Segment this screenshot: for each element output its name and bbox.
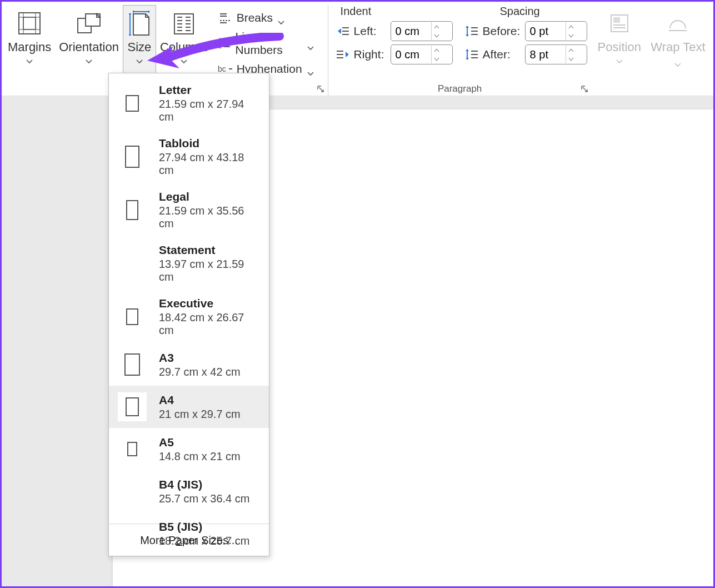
spacing-after-label: After: <box>483 48 522 61</box>
spin-up[interactable] <box>432 22 442 31</box>
indent-header: Indent <box>335 5 456 18</box>
size-option-name: A5 <box>159 436 241 449</box>
spin-up[interactable] <box>566 46 577 54</box>
indent-left-label: Left: <box>354 24 387 38</box>
spacing-before-icon <box>464 23 479 39</box>
spacing-before-input[interactable] <box>525 21 587 41</box>
size-option-dimensions: 13.97 cm x 21.59 cm <box>159 258 261 283</box>
chevron-down-icon <box>277 15 285 21</box>
margins-button[interactable]: Margins <box>4 5 55 77</box>
spin-up[interactable] <box>566 22 577 31</box>
indent-right-label: Right: <box>354 48 387 61</box>
size-option-dimensions: 14.8 cm x 21 cm <box>159 450 241 463</box>
size-option-name: Executive <box>159 297 261 310</box>
chevron-down-icon <box>180 57 188 62</box>
size-option-a4[interactable]: A421 cm x 29.7 cm <box>109 386 269 428</box>
size-dropdown: Letter21.59 cm x 27.94 cmTabloid27.94 cm… <box>108 73 269 556</box>
size-option-dimensions: 21.59 cm x 27.94 cm <box>159 98 261 123</box>
paragraph-group-label: Paragraph <box>328 83 592 94</box>
wrap-text-icon <box>666 8 690 39</box>
spacing-after-icon <box>464 47 479 62</box>
spacing-before-label: Before: <box>483 24 522 38</box>
size-button[interactable]: Size <box>123 5 156 77</box>
svg-text:2: 2 <box>219 43 222 49</box>
size-option-executive[interactable]: Executive18.42 cm x 26.67 cm <box>109 290 269 343</box>
size-option-b4-jis-[interactable]: B4 (JIS)25.7 cm x 36.4 cm <box>109 470 269 512</box>
size-icon <box>127 8 152 39</box>
arrange-group: Position Wrap Text <box>592 5 713 96</box>
size-option-name: A3 <box>159 351 241 365</box>
chevron-down-icon <box>616 57 623 62</box>
svg-text:bc: bc <box>218 64 226 73</box>
indent-left-icon <box>335 23 351 39</box>
wrap-text-button: Wrap Text <box>645 5 711 77</box>
svg-text:1: 1 <box>219 37 222 43</box>
size-option-dimensions: 29.7 cm x 42 cm <box>159 366 241 378</box>
indent-right-icon <box>335 47 351 62</box>
svg-rect-1 <box>23 17 36 29</box>
orientation-button[interactable]: Orientation <box>55 5 123 77</box>
chevron-down-icon <box>674 57 682 62</box>
breaks-icon <box>218 12 232 24</box>
size-option-name: Letter <box>159 83 261 97</box>
margins-icon <box>17 8 42 39</box>
page-icon <box>118 196 147 225</box>
page-icon <box>118 249 147 278</box>
spacing-header: Spacing <box>456 5 584 18</box>
page-icon <box>118 142 147 171</box>
chevron-down-icon <box>307 41 314 46</box>
spin-down[interactable] <box>432 31 442 40</box>
size-option-a3[interactable]: A329.7 cm x 42 cm <box>109 343 269 386</box>
columns-button[interactable]: Columns <box>156 5 212 77</box>
spin-down[interactable] <box>566 54 577 63</box>
chevron-down-icon <box>136 57 143 62</box>
paragraph-launcher[interactable] <box>581 85 588 93</box>
page-icon <box>118 302 147 331</box>
chevron-down-icon <box>85 57 93 62</box>
paragraph-group: Indent Spacing Left: Before: Right: <box>328 5 592 96</box>
position-button: Position <box>594 5 645 77</box>
size-option-name: Tabloid <box>159 137 261 150</box>
page-icon <box>118 392 147 421</box>
indent-left-input[interactable] <box>391 21 453 41</box>
size-option-dimensions: 27.94 cm x 43.18 cm <box>159 151 261 177</box>
size-option-name: B4 (JIS) <box>159 478 249 491</box>
chevron-down-icon <box>307 66 314 72</box>
size-option-legal[interactable]: Legal21.59 cm x 35.56 cm <box>109 183 269 237</box>
size-option-dimensions: 25.7 cm x 36.4 cm <box>159 492 249 505</box>
size-option-a5[interactable]: A514.8 cm x 21 cm <box>109 428 269 470</box>
size-option-statement[interactable]: Statement13.97 cm x 21.59 cm <box>109 237 269 290</box>
spin-down[interactable] <box>566 31 577 40</box>
size-option-name: A4 <box>159 393 241 407</box>
size-option-name: B5 (JIS) <box>159 520 249 534</box>
columns-icon <box>172 8 196 39</box>
size-option-dimensions: 21 cm x 29.7 cm <box>159 408 241 421</box>
svg-rect-48 <box>613 17 620 23</box>
size-option-letter[interactable]: Letter21.59 cm x 27.94 cm <box>109 77 269 130</box>
size-option-name: Legal <box>159 190 261 203</box>
page-setup-launcher[interactable] <box>317 85 324 93</box>
page-icon <box>118 350 147 379</box>
chevron-down-icon <box>26 57 33 62</box>
svg-rect-0 <box>19 13 40 34</box>
size-option-tabloid[interactable]: Tabloid27.94 cm x 43.18 cm <box>109 130 269 183</box>
spin-up[interactable] <box>432 46 442 54</box>
indent-right-input[interactable] <box>391 44 453 64</box>
page-setup-small-buttons: Breaks 12 Line Numbers bc Hyphenation <box>212 5 320 79</box>
spacing-after-input[interactable] <box>525 44 587 64</box>
size-option-name: Statement <box>159 243 261 257</box>
size-option-dimensions: 18.42 cm x 26.67 cm <box>159 311 261 337</box>
page-icon <box>118 435 147 464</box>
page-icon <box>118 477 147 506</box>
page-icon <box>118 89 147 118</box>
orientation-icon <box>74 8 103 39</box>
line-numbers-icon: 12 <box>218 37 231 49</box>
size-option-dimensions: 21.59 cm x 35.56 cm <box>159 205 261 230</box>
spin-down[interactable] <box>432 54 442 63</box>
position-icon <box>608 8 631 39</box>
line-numbers-button[interactable]: 12 Line Numbers <box>218 33 314 54</box>
breaks-button[interactable]: Breaks <box>218 7 314 28</box>
